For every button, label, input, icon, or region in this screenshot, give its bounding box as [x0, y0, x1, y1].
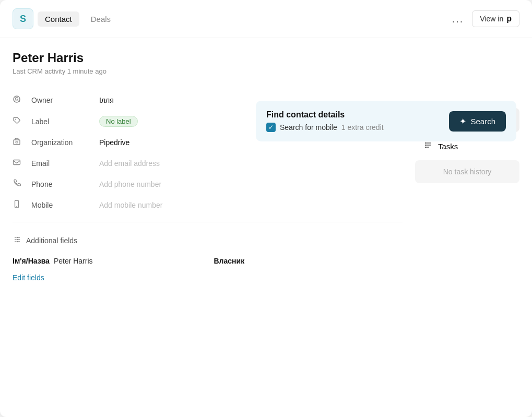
no-task-history: No task history — [415, 160, 519, 183]
svg-rect-3 — [14, 140, 20, 145]
tasks-label: Tasks — [438, 142, 458, 151]
svg-point-8 — [17, 237, 18, 238]
search-button[interactable]: ✦ Search — [449, 111, 506, 132]
banner-checkbox-label: Search for mobile — [280, 123, 337, 132]
additional-fields-icon — [13, 235, 22, 246]
custom-field-owner-label: Власник — [214, 257, 245, 265]
organization-label: Organization — [31, 138, 99, 147]
last-activity: Last CRM activity 1 minute ago — [13, 67, 403, 75]
email-value[interactable]: Add email address — [99, 159, 160, 168]
banner-content: Find contact details ✓ Search for mobile… — [266, 110, 441, 132]
email-field-row: Email Add email address — [13, 153, 403, 174]
tab-contact[interactable]: Contact — [38, 11, 79, 27]
divider — [13, 222, 403, 222]
svg-point-10 — [17, 241, 18, 242]
custom-fields: Ім'я/Назва Peter Harris Власник — [13, 257, 403, 265]
additional-fields-toggle[interactable]: Additional fields — [13, 229, 403, 253]
view-in-button[interactable]: View in p — [472, 10, 519, 27]
phone-field-row: Phone Add phone number — [13, 174, 403, 195]
sparkle-icon: ✦ — [459, 116, 466, 126]
mobile-icon — [13, 200, 31, 210]
banner-title: Find contact details — [266, 110, 441, 120]
custom-field-name: Ім'я/Назва Peter Harris — [13, 257, 202, 265]
search-mobile-checkbox[interactable]: ✓ — [266, 123, 276, 132]
mobile-field-row: Mobile Add mobile number — [13, 195, 403, 216]
svg-rect-18 — [425, 142, 426, 144]
phone-icon — [13, 179, 31, 189]
mobile-value[interactable]: Add mobile number — [99, 201, 162, 209]
pipedrive-logo-icon: p — [506, 14, 512, 23]
label-icon — [13, 116, 31, 127]
logo-avatar: S — [13, 8, 33, 29]
tab-deals[interactable]: Deals — [84, 11, 118, 27]
svg-rect-20 — [425, 147, 426, 148]
svg-point-9 — [17, 239, 18, 240]
svg-rect-19 — [425, 145, 426, 146]
right-panel: Notes Tasks No task history — [415, 51, 519, 294]
banner-credit-label: 1 extra credit — [341, 123, 384, 132]
svg-rect-5 — [14, 160, 20, 165]
svg-point-1 — [16, 98, 18, 100]
label-field-label: Label — [31, 117, 99, 126]
phone-value[interactable]: Add phone number — [99, 180, 161, 188]
logo-letter: S — [20, 14, 26, 25]
owner-icon — [13, 95, 31, 105]
custom-field-owner: Власник — [214, 257, 403, 265]
custom-field-name-value[interactable]: Peter Harris — [54, 257, 93, 265]
mobile-label: Mobile — [31, 201, 99, 209]
label-badge[interactable]: No label — [99, 116, 138, 127]
email-label: Email — [31, 159, 99, 168]
view-in-label: View in — [480, 15, 503, 23]
owner-value[interactable]: Ілля — [99, 96, 114, 104]
left-panel: Peter Harris Last CRM activity 1 minute … — [13, 51, 403, 294]
more-menu-button[interactable]: ... — [448, 11, 468, 27]
svg-point-7 — [16, 206, 17, 207]
find-details-banner: Find contact details ✓ Search for mobile… — [256, 101, 516, 141]
edit-fields-button[interactable]: Edit fields — [13, 265, 44, 294]
contact-name: Peter Harris — [13, 51, 403, 65]
svg-point-2 — [15, 118, 16, 120]
phone-label: Phone — [31, 180, 99, 188]
organization-icon — [13, 137, 31, 148]
svg-rect-4 — [16, 141, 18, 143]
tasks-icon — [423, 140, 433, 152]
main-card: S Contact Deals ... View in p Find conta… — [0, 0, 532, 417]
additional-fields-label: Additional fields — [26, 236, 77, 245]
email-icon — [13, 158, 31, 169]
header: S Contact Deals ... View in p — [0, 0, 532, 38]
organization-value[interactable]: Pipedrive — [99, 138, 129, 147]
owner-label: Owner — [31, 96, 99, 104]
custom-field-name-label: Ім'я/Назва — [13, 257, 50, 265]
